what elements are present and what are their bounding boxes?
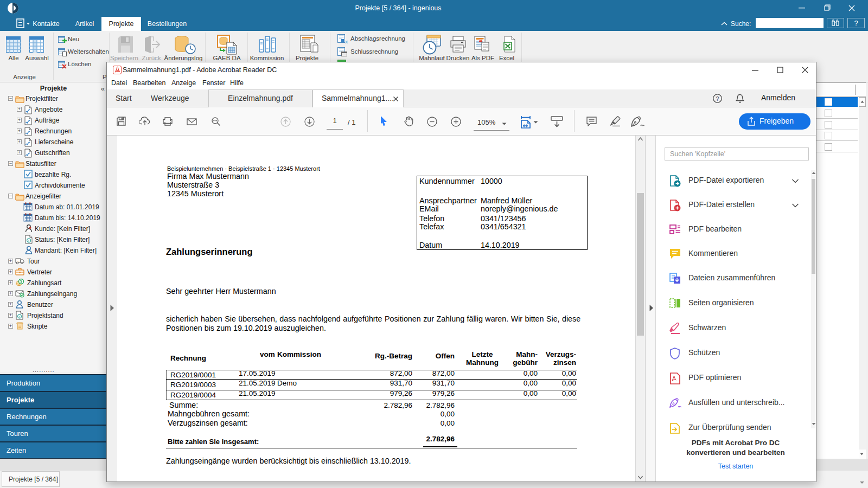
svg-text:?: ? [716, 95, 719, 102]
svg-text:PDF: PDF [479, 39, 484, 42]
svg-text:00: 00 [344, 40, 348, 44]
